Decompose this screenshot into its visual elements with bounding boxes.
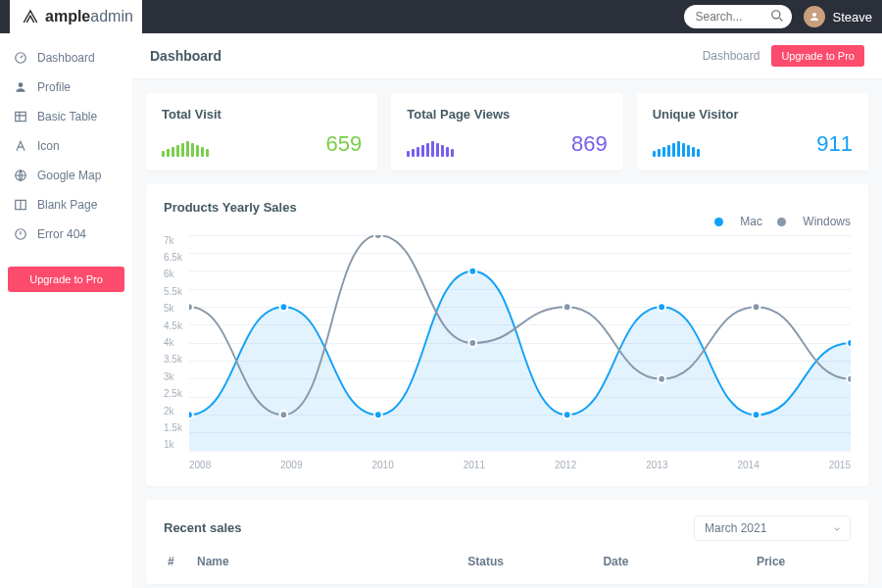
topbar: ampleadmin Steave bbox=[0, 0, 882, 33]
sidebar-upgrade-button[interactable]: Upgrade to Pro bbox=[8, 267, 124, 292]
page-title: Dashboard bbox=[150, 48, 221, 64]
svg-point-13 bbox=[658, 303, 665, 311]
sidebar-item-profile[interactable]: Profile bbox=[0, 73, 132, 102]
svg-point-22 bbox=[753, 303, 760, 311]
brand-bold: ample bbox=[45, 8, 90, 24]
columns-icon bbox=[14, 198, 27, 212]
user-icon bbox=[14, 80, 27, 94]
sparkline-icon bbox=[407, 135, 454, 157]
col-status: Status bbox=[467, 555, 603, 568]
avatar bbox=[804, 6, 825, 27]
user-name: Steave bbox=[833, 10, 872, 24]
globe-icon bbox=[14, 169, 27, 182]
sidebar-item-label: Google Map bbox=[37, 169, 101, 182]
svg-point-20 bbox=[564, 303, 571, 311]
sidebar-item-label: Blank Page bbox=[37, 198, 97, 212]
sidebar: DashboardProfileBasic TableIconGoogle Ma… bbox=[0, 33, 132, 588]
svg-rect-4 bbox=[16, 112, 26, 121]
stat-cards: Total Visit659Total Page Views869Unique … bbox=[132, 79, 882, 171]
svg-point-16 bbox=[189, 303, 193, 311]
sales-chart-title: Products Yearly Sales bbox=[164, 200, 851, 215]
main: Dashboard Dashboard Upgrade to Pro Total… bbox=[132, 33, 882, 588]
chevron-down-icon bbox=[832, 523, 842, 537]
sidebar-item-google-map[interactable]: Google Map bbox=[0, 161, 132, 190]
sales-chart-panel: Products Yearly Sales Mac Windows 7k6.5k… bbox=[146, 184, 868, 486]
table-header: # Name Status Date Price bbox=[164, 541, 851, 568]
sidebar-item-label: Error 404 bbox=[37, 227, 86, 241]
sidebar-item-label: Dashboard bbox=[37, 51, 95, 65]
chart: 7k6.5k6k5.5k5k4.5k4k3.5k3k2.5k2k1.5k1k 2… bbox=[164, 235, 851, 470]
sidebar-item-blank-page[interactable]: Blank Page bbox=[0, 190, 132, 220]
stat-value: 869 bbox=[571, 131, 608, 157]
search-icon[interactable] bbox=[770, 9, 784, 25]
col-name: Name bbox=[197, 555, 467, 568]
stat-card-0: Total Visit659 bbox=[146, 93, 377, 171]
col-price: Price bbox=[757, 555, 847, 568]
sidebar-item-basic-table[interactable]: Basic Table bbox=[0, 102, 132, 131]
search bbox=[684, 5, 792, 28]
sidebar-item-label: Icon bbox=[37, 139, 60, 153]
svg-point-8 bbox=[189, 411, 193, 418]
logo-icon bbox=[22, 8, 39, 25]
recent-sales-title: Recent sales bbox=[164, 520, 242, 535]
svg-point-18 bbox=[374, 235, 382, 239]
svg-point-19 bbox=[468, 339, 476, 347]
svg-point-23 bbox=[847, 374, 851, 382]
svg-point-21 bbox=[658, 374, 665, 382]
user-menu[interactable]: Steave bbox=[804, 6, 872, 27]
brand[interactable]: ampleadmin bbox=[10, 0, 142, 33]
page-header: Dashboard Dashboard Upgrade to Pro bbox=[132, 33, 882, 79]
svg-point-0 bbox=[771, 11, 779, 19]
stat-value: 911 bbox=[816, 131, 853, 157]
letter-a-icon bbox=[14, 139, 27, 153]
gauge-icon bbox=[14, 51, 27, 65]
svg-point-1 bbox=[812, 13, 816, 17]
sidebar-item-dashboard[interactable]: Dashboard bbox=[0, 43, 132, 73]
stat-title: Total Page Views bbox=[407, 107, 607, 122]
alert-icon bbox=[14, 227, 27, 241]
month-select[interactable]: March 2021 bbox=[694, 515, 851, 541]
header-upgrade-button[interactable]: Upgrade to Pro bbox=[771, 45, 864, 67]
col-date: Date bbox=[603, 555, 757, 568]
stat-card-2: Unique Visitor911 bbox=[637, 93, 868, 171]
breadcrumb[interactable]: Dashboard bbox=[703, 49, 760, 63]
stat-title: Total Visit bbox=[162, 107, 362, 122]
brand-light: admin bbox=[90, 8, 133, 24]
svg-point-15 bbox=[847, 339, 851, 347]
svg-point-14 bbox=[753, 411, 760, 418]
sparkline-icon bbox=[653, 135, 700, 157]
stat-value: 659 bbox=[326, 131, 363, 157]
svg-point-12 bbox=[564, 411, 571, 418]
svg-point-17 bbox=[280, 411, 288, 418]
svg-point-10 bbox=[374, 411, 382, 418]
sidebar-item-error-404[interactable]: Error 404 bbox=[0, 220, 132, 249]
recent-sales-panel: Recent sales March 2021 # Name Status Da… bbox=[146, 500, 868, 584]
sidebar-item-label: Profile bbox=[37, 80, 71, 94]
chart-legend: Mac Windows bbox=[164, 215, 851, 229]
sparkline-icon bbox=[162, 135, 209, 157]
stat-title: Unique Visitor bbox=[653, 107, 853, 122]
legend-windows: Windows bbox=[777, 215, 851, 228]
svg-point-11 bbox=[468, 267, 476, 274]
svg-point-9 bbox=[280, 303, 288, 311]
legend-mac: Mac bbox=[714, 215, 762, 228]
sidebar-item-icon[interactable]: Icon bbox=[0, 131, 132, 161]
col-index: # bbox=[168, 555, 197, 568]
sidebar-item-label: Basic Table bbox=[37, 110, 97, 123]
table-icon bbox=[14, 110, 27, 123]
svg-point-3 bbox=[19, 82, 24, 87]
stat-card-1: Total Page Views869 bbox=[391, 93, 622, 171]
